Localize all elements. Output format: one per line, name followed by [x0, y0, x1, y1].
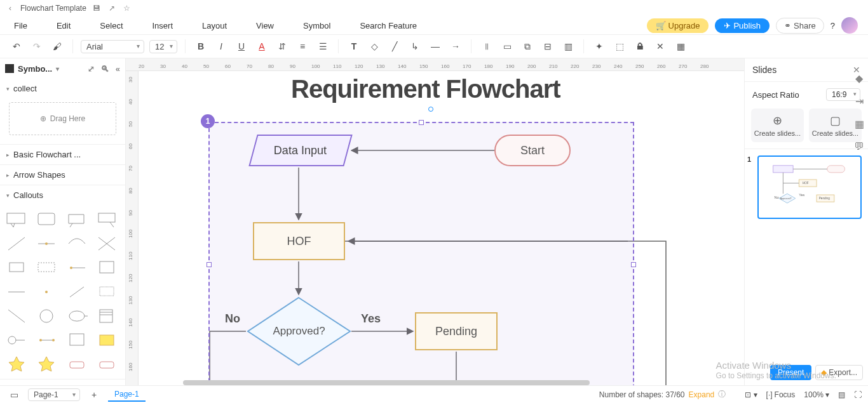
expand-library-icon[interactable]: ⤢: [88, 64, 95, 74]
diagram-title[interactable]: Requirement Flowchart: [291, 75, 560, 103]
callout-shape[interactable]: [34, 233, 60, 254]
callout-shape[interactable]: [4, 281, 31, 303]
line-color-button[interactable]: ╱: [387, 39, 402, 54]
menu-symbol[interactable]: Symbol: [303, 21, 330, 30]
create-slides-auto-button[interactable]: ⊕Create slides...: [751, 109, 804, 142]
callout-shape[interactable]: [94, 257, 121, 279]
callout-shape[interactable]: [34, 209, 60, 230]
shape-start[interactable]: Start: [494, 135, 571, 166]
table-button[interactable]: ▦: [673, 39, 688, 54]
font-color-button[interactable]: A: [254, 39, 269, 54]
theme-icon[interactable]: ◆: [853, 72, 865, 84]
search-icon[interactable]: 🔍︎: [101, 64, 109, 74]
menu-select[interactable]: Select: [100, 21, 123, 30]
fit-button[interactable]: ⊡ ▾: [745, 390, 757, 399]
callout-shape[interactable]: [94, 209, 121, 230]
bold-button[interactable]: B: [193, 39, 208, 54]
callout-shape[interactable]: [94, 353, 121, 375]
callout-shape[interactable]: [64, 281, 91, 303]
export-button[interactable]: ◆Export...: [815, 365, 863, 380]
callout-shape[interactable]: [64, 353, 91, 375]
info-icon[interactable]: ⓘ: [718, 389, 726, 400]
page-select[interactable]: Page-1: [28, 388, 80, 401]
shape-approved[interactable]: Approved?: [247, 296, 351, 366]
save-icon[interactable]: 💾︎: [92, 3, 102, 13]
focus-button[interactable]: [·] Focus: [766, 390, 796, 399]
arrow-style-button[interactable]: →: [448, 39, 463, 54]
shape-hof[interactable]: HOF: [253, 222, 345, 260]
font-size-select[interactable]: 12: [149, 40, 177, 53]
layers-icon[interactable]: ▤: [838, 390, 845, 399]
callout-shape[interactable]: [34, 305, 60, 327]
lib-callouts[interactable]: ▾Callouts: [0, 185, 125, 205]
add-page-button[interactable]: +: [86, 387, 102, 402]
group-button[interactable]: ⧉: [520, 39, 535, 54]
comment-icon[interactable]: 💬︎: [853, 141, 865, 152]
italic-button[interactable]: I: [214, 39, 229, 54]
lib-arrow-shapes[interactable]: ▸Arrow Shapes: [0, 165, 125, 185]
anchor-point[interactable]: [428, 107, 433, 112]
present-button[interactable]: Present: [770, 365, 811, 380]
help-icon[interactable]: ?: [831, 21, 835, 30]
callout-shape[interactable]: [64, 329, 91, 351]
undo-button[interactable]: ↶: [9, 39, 24, 54]
star-icon[interactable]: ☆: [122, 3, 132, 13]
callout-shape[interactable]: [94, 329, 121, 351]
callout-shape[interactable]: [64, 257, 91, 279]
zoom-control[interactable]: 100% ▾: [804, 390, 829, 399]
menu-edit[interactable]: Edit: [57, 21, 71, 30]
menu-layout[interactable]: Layout: [202, 21, 227, 30]
shape-pending[interactable]: Pending: [415, 312, 498, 350]
menu-insert[interactable]: Insert: [153, 21, 173, 30]
back-icon[interactable]: ‹: [5, 3, 15, 13]
arrange-button[interactable]: ⫴: [479, 39, 494, 54]
open-external-icon[interactable]: ↗: [107, 3, 117, 13]
ai-button[interactable]: ✦: [592, 39, 607, 54]
layer-button[interactable]: ▭: [499, 39, 515, 54]
canvas[interactable]: Requirement Flowchart 1 Start: [139, 71, 744, 385]
menu-view[interactable]: View: [256, 21, 274, 30]
menu-file[interactable]: File: [14, 21, 27, 30]
connector-style-button[interactable]: ↳: [407, 39, 423, 54]
callout-shape[interactable]: [64, 233, 91, 254]
lib-basic-flowchart[interactable]: ▸Basic Flowchart ...: [0, 145, 125, 164]
callout-shape[interactable]: [4, 233, 31, 254]
avatar[interactable]: [841, 17, 858, 34]
text-align-h-button[interactable]: ≡: [295, 39, 310, 54]
callout-shape[interactable]: [64, 209, 91, 230]
crop-button[interactable]: ⬚: [612, 39, 627, 54]
grid-icon[interactable]: ▦: [853, 118, 865, 129]
callout-shape[interactable]: [94, 233, 121, 254]
callout-shape[interactable]: [34, 353, 60, 375]
lib-collect[interactable]: ▾collect: [0, 79, 125, 98]
callout-shape[interactable]: [4, 305, 31, 327]
canvas-area[interactable]: 2030405060708090100110120130140150160170…: [126, 58, 744, 385]
upgrade-button[interactable]: 🛒Upgrade: [647, 18, 709, 33]
callout-shape[interactable]: [94, 305, 121, 327]
shape-data-input[interactable]: Data Input: [248, 135, 352, 166]
collapse-sidebar-icon[interactable]: «: [116, 64, 120, 74]
callout-shape[interactable]: [4, 329, 31, 351]
align-button[interactable]: ⊟: [540, 39, 555, 54]
callout-shape[interactable]: [4, 257, 31, 279]
line-style-button[interactable]: —: [428, 39, 443, 54]
text-align-v-button[interactable]: ⇵: [275, 39, 290, 54]
font-select[interactable]: Arial: [81, 40, 144, 53]
drag-here-zone[interactable]: ⊕Drag Here: [9, 102, 116, 135]
share-button[interactable]: ⚭Share: [776, 18, 824, 34]
callout-shape[interactable]: [34, 329, 60, 351]
callout-shape[interactable]: [34, 257, 60, 279]
callout-shape[interactable]: [4, 353, 31, 375]
redo-button[interactable]: ↷: [29, 39, 44, 54]
lock-button[interactable]: 🔒︎: [632, 39, 648, 54]
import-icon[interactable]: ⇥: [853, 95, 865, 107]
text-tool-button[interactable]: T: [346, 39, 362, 54]
underline-button[interactable]: U: [234, 39, 249, 54]
horizontal-scrollbar[interactable]: [183, 380, 590, 385]
outline-icon[interactable]: ▭: [6, 387, 22, 402]
menu-search-feature[interactable]: Search Feature: [360, 21, 417, 30]
format-painter-button[interactable]: 🖌︎: [50, 39, 65, 54]
page-tab[interactable]: Page-1: [108, 388, 146, 402]
callout-shape[interactable]: [94, 281, 121, 303]
publish-button[interactable]: ✈Publish: [715, 18, 770, 33]
